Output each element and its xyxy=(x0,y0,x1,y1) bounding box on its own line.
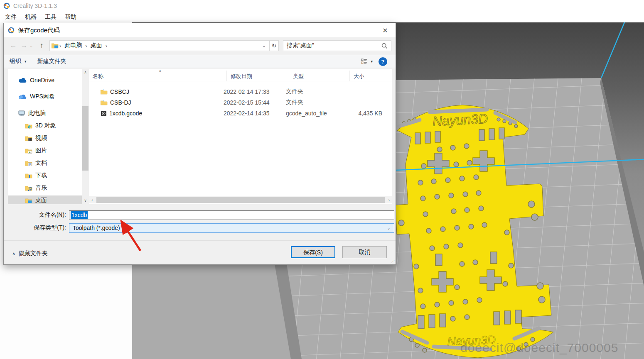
search-icon xyxy=(381,43,388,49)
filename-input[interactable]: 1xcdb xyxy=(69,210,394,220)
savetype-row: 保存类型(T): Toolpath (*.gcode) ⌄ xyxy=(4,223,396,233)
downloads-icon xyxy=(25,173,32,178)
dialog-toolbar: 组织 ▾ 新建文件夹 ▾ ? xyxy=(4,55,396,68)
savetype-label: 保存类型(T): xyxy=(4,224,69,232)
desktop-folder-icon xyxy=(52,43,59,49)
folder-sidebar: OneDrive WPS网盘 此电脑 3D 对象 视频 图片 xyxy=(8,69,82,204)
sidebar-scrollbar-thumb[interactable] xyxy=(82,106,88,171)
search-input[interactable]: 搜索"桌面" xyxy=(283,40,391,51)
organize-caret-icon: ▾ xyxy=(25,59,27,63)
documents-icon xyxy=(25,161,32,166)
new-folder-button[interactable]: 新建文件夹 xyxy=(37,58,66,65)
file-type: gcode_auto_file xyxy=(286,110,347,117)
app-icon xyxy=(3,2,10,9)
column-header-name[interactable]: 名称 xyxy=(89,71,227,81)
file-row[interactable]: CSBCJ 2022-02-14 17:33 文件夹 xyxy=(89,86,390,97)
menu-help[interactable]: 帮助 xyxy=(65,13,76,21)
viewport-watermark: doeecit@doeecit_7000005 xyxy=(460,341,618,354)
view-options-icon xyxy=(361,58,369,65)
file-name: CSB-DJ xyxy=(110,99,131,106)
back-icon[interactable]: ← xyxy=(8,42,19,50)
resize-grip[interactable]: ⋰ xyxy=(391,260,394,263)
address-caret-icon[interactable]: ⌄ xyxy=(262,43,268,49)
file-list-header: ∧ 名称 修改日期 类型 大小 xyxy=(89,71,392,81)
file-row[interactable]: CSB-DJ 2022-02-15 15:44 文件夹 xyxy=(89,97,390,108)
sidebar-item-3d-objects[interactable]: 3D 对象 xyxy=(8,121,82,131)
file-name: 1xcdb.gcode xyxy=(109,110,142,117)
onedrive-cloud-icon xyxy=(19,78,27,83)
file-list-hscrollbar[interactable]: ‹ › xyxy=(89,196,392,203)
scroll-right-icon[interactable]: › xyxy=(386,198,392,203)
this-pc-icon xyxy=(18,110,25,117)
file-name: CSBCJ xyxy=(110,88,129,95)
sidebar-item-pictures[interactable]: 图片 xyxy=(8,146,82,156)
help-button[interactable]: ? xyxy=(379,57,387,66)
menu-tools[interactable]: 工具 xyxy=(45,13,57,21)
dialog-content: OneDrive WPS网盘 此电脑 3D 对象 视频 图片 xyxy=(8,69,392,204)
save-dialog: 保存gcode代码 ✕ ← → ⌄ ↑ › 此电脑 › 桌面 › ⌄ ↻ 搜索"… xyxy=(3,23,396,265)
file-row[interactable]: 1xcdb.gcode 2022-02-14 14:35 gcode_auto_… xyxy=(89,108,390,119)
savetype-caret-icon: ⌄ xyxy=(387,226,391,230)
model-engraving-top: Nayun3D xyxy=(432,111,488,129)
refresh-icon[interactable]: ↻ xyxy=(270,40,279,51)
menu-machine[interactable]: 机器 xyxy=(25,13,37,21)
dialog-titlebar[interactable]: 保存gcode代码 ✕ xyxy=(4,23,396,37)
dialog-footer: ∧隐藏文件夹 保存(S) 取消 ⋰ xyxy=(4,240,396,264)
organize-button[interactable]: 组织 xyxy=(10,58,21,65)
view-options-button[interactable]: ▾ xyxy=(361,58,373,65)
chevron-right-icon: › xyxy=(84,43,88,49)
view-options-caret-icon: ▾ xyxy=(371,59,373,63)
file-date: 2022-02-14 17:33 xyxy=(224,88,286,95)
dialog-navrow: ← → ⌄ ↑ › 此电脑 › 桌面 › ⌄ ↻ 搜索"桌面" xyxy=(4,39,396,52)
file-date: 2022-02-15 15:44 xyxy=(224,99,286,106)
search-text: 搜索"桌面" xyxy=(287,42,381,49)
hscrollbar-thumb[interactable] xyxy=(96,197,385,203)
forward-icon[interactable]: → xyxy=(19,42,29,50)
sidebar-item-downloads[interactable]: 下载 xyxy=(8,171,82,181)
save-button[interactable]: 保存(S) xyxy=(291,246,335,258)
hide-folders-button[interactable]: ∧隐藏文件夹 xyxy=(12,250,48,257)
savetype-select[interactable]: Toolpath (*.gcode) ⌄ xyxy=(69,223,394,233)
menu-file[interactable]: 文件 xyxy=(5,13,17,21)
wps-cloud-icon xyxy=(19,94,27,100)
sidebar-item-this-pc[interactable]: 此电脑 xyxy=(8,108,82,118)
address-bar[interactable]: › 此电脑 › 桌面 › ⌄ xyxy=(49,40,270,51)
pictures-icon xyxy=(25,148,32,154)
sidebar-item-documents[interactable]: 文档 xyxy=(8,158,82,168)
up-icon[interactable]: ↑ xyxy=(36,42,47,50)
dialog-icon xyxy=(8,27,15,34)
sidebar-item-wps-cloud[interactable]: WPS网盘 xyxy=(8,92,82,102)
sidebar-item-onedrive[interactable]: OneDrive xyxy=(8,75,82,85)
dialog-title: 保存gcode代码 xyxy=(18,27,60,34)
scroll-up-icon[interactable]: ∧ xyxy=(82,69,89,76)
scroll-down-icon[interactable]: ∨ xyxy=(82,197,89,204)
folder-icon xyxy=(101,100,108,105)
3d-objects-icon xyxy=(25,123,32,129)
sidebar-item-desktop[interactable]: 桌面 xyxy=(8,195,82,204)
history-caret-icon[interactable]: ⌄ xyxy=(29,44,36,48)
cancel-button[interactable]: 取消 xyxy=(342,246,387,258)
sidebar-item-music[interactable]: 音乐 xyxy=(8,183,82,193)
hide-folders-chevron-icon: ∧ xyxy=(12,251,15,256)
breadcrumb-this-pc[interactable]: 此电脑 xyxy=(62,42,84,49)
folder-icon xyxy=(101,89,108,95)
sidebar-item-videos[interactable]: 视频 xyxy=(8,133,82,143)
app-menubar: 文件 机器 工具 帮助 xyxy=(0,12,644,22)
column-header-type[interactable]: 类型 xyxy=(289,71,350,81)
chevron-right-icon: › xyxy=(105,43,108,49)
desktop-icon xyxy=(25,198,32,203)
app-title: Creality 3D-1.1.3 xyxy=(13,2,57,9)
file-size: 4,435 KB xyxy=(347,110,386,117)
scroll-left-icon[interactable]: ‹ xyxy=(89,198,96,203)
file-list: ∧ 名称 修改日期 类型 大小 CSBCJ 2022-02-14 17:33 文… xyxy=(89,69,392,204)
filename-row: 文件名(N): 1xcdb xyxy=(4,210,396,220)
column-header-date[interactable]: 修改日期 xyxy=(227,71,289,81)
close-icon[interactable]: ✕ xyxy=(379,27,391,34)
breadcrumb-desktop[interactable]: 桌面 xyxy=(88,42,105,49)
gcode-file-icon xyxy=(101,110,107,117)
app-titlebar: Creality 3D-1.1.3 xyxy=(0,0,644,12)
filename-value: 1xcdb xyxy=(71,211,88,219)
sidebar-scrollbar[interactable]: ∧ ∨ xyxy=(82,69,89,204)
filename-label: 文件名(N): xyxy=(4,211,69,219)
column-header-size[interactable]: 大小 xyxy=(350,71,391,81)
